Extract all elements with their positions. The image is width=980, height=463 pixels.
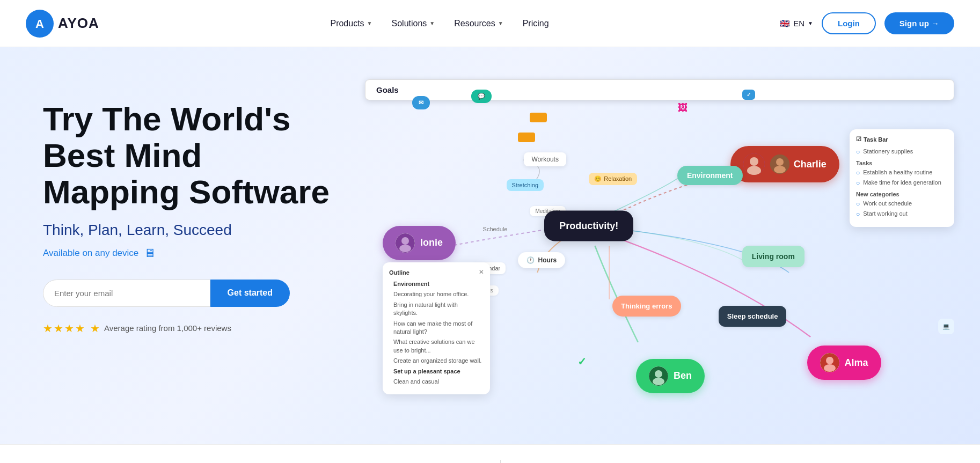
task-check-icon: ○ bbox=[856, 210, 860, 218]
outline-panel: Outline ✕ Environment Decorating your ho… bbox=[383, 262, 490, 394]
svg-point-9 bbox=[655, 370, 662, 378]
svg-point-13 bbox=[824, 364, 836, 372]
signup-button[interactable]: Sign up → bbox=[884, 12, 954, 34]
outline-item: How can we make the most of natural ligh… bbox=[389, 320, 484, 336]
hero-visual: Workouts Stretching 😊 Relaxation Meditat… bbox=[365, 79, 954, 412]
outline-item: Create an organized storage wall. bbox=[389, 357, 484, 365]
taskbar-panel: ☑ Task Bar ○ Stationery supplies Tasks ○… bbox=[850, 129, 954, 227]
outline-item: Environment bbox=[389, 280, 484, 288]
task-check-icon: ○ bbox=[856, 179, 860, 187]
nav-pricing[interactable]: Pricing bbox=[523, 19, 549, 28]
device-text: Available on any device bbox=[43, 248, 138, 259]
navbar: A AYOA Products ▼ Solutions ▼ Resources … bbox=[0, 0, 980, 47]
rating-text: Average rating from 1,000+ reviews bbox=[104, 324, 231, 333]
email-input[interactable] bbox=[43, 280, 210, 307]
svg-point-12 bbox=[826, 357, 833, 364]
outline-item: Clean and casual bbox=[389, 378, 484, 386]
living-room-node: Living room bbox=[742, 246, 805, 267]
device-icon: 🖥 bbox=[144, 246, 156, 260]
close-icon: ✕ bbox=[479, 269, 484, 276]
svg-point-6 bbox=[401, 237, 409, 245]
star-icons: ★★★★ bbox=[43, 322, 86, 335]
ben-node: Ben bbox=[636, 359, 705, 393]
ben-avatar bbox=[649, 366, 668, 386]
svg-point-3 bbox=[776, 158, 784, 166]
task-item: ○ Start working out bbox=[856, 210, 948, 218]
hero-content: Try The World's Best Mind Mapping Softwa… bbox=[43, 79, 343, 335]
nav-right: 🇬🇧 EN ▼ Login Sign up → bbox=[780, 12, 954, 34]
alma-node: Alma bbox=[807, 346, 881, 380]
bubble-pink-1: 🖼 bbox=[671, 99, 694, 117]
nav-solutions[interactable]: Solutions ▼ bbox=[392, 19, 435, 28]
hero-form: Get started bbox=[43, 280, 290, 307]
bubble-blue: ✉ bbox=[412, 96, 430, 109]
hero-rating: ★★★★ ★ Average rating from 1,000+ review… bbox=[43, 322, 343, 335]
get-started-button[interactable]: Get started bbox=[210, 280, 290, 307]
nav-products[interactable]: Products ▼ bbox=[330, 19, 372, 28]
tasks-label: Tasks bbox=[856, 160, 948, 166]
ionie-node: Ionie bbox=[383, 226, 456, 260]
login-button[interactable]: Login bbox=[822, 12, 876, 34]
bubble-orange-2 bbox=[518, 133, 535, 142]
clock-icon: 🕐 bbox=[526, 256, 535, 264]
footer-divider bbox=[500, 460, 501, 463]
outline-item: What creative solutions can we use to br… bbox=[389, 338, 484, 355]
central-node: Productivity! bbox=[544, 210, 633, 241]
hours-node: 🕐 Hours bbox=[518, 252, 565, 268]
outline-item: Decorating your home office. bbox=[389, 290, 484, 298]
outline-item: Bring in natural light with skylights. bbox=[389, 301, 484, 318]
task-check-icon: ○ bbox=[856, 169, 860, 177]
half-star-icon: ★ bbox=[90, 322, 100, 335]
language-button[interactable]: 🇬🇧 EN ▼ bbox=[780, 19, 813, 28]
schedule-top-node: Schedule bbox=[483, 226, 508, 232]
bubble-orange-1 bbox=[530, 113, 547, 122]
taskbar-icon: ☑ bbox=[856, 136, 861, 143]
hero-title: Try The World's Best Mind Mapping Softwa… bbox=[43, 101, 343, 211]
goals-node: Goals bbox=[365, 79, 954, 100]
chevron-down-icon: ▼ bbox=[808, 20, 813, 26]
stretching-node: Stretching bbox=[507, 179, 544, 191]
outline-item: Set up a pleasant space bbox=[389, 368, 484, 376]
task-item: ○ Make time for idea generation bbox=[856, 179, 948, 187]
thinking-errors-node: Thinking errors bbox=[612, 296, 681, 317]
task-check-icon: ○ bbox=[856, 148, 860, 156]
workouts-node: Workouts bbox=[524, 152, 566, 166]
bubble-blue-2: ✓ bbox=[742, 90, 755, 100]
relaxation-icon: 😊 bbox=[594, 175, 602, 182]
sleep-schedule-node: Sleep schedule bbox=[719, 306, 787, 327]
logo-icon: A bbox=[26, 10, 54, 38]
environment-node: Environment bbox=[677, 166, 743, 185]
new-categories-label: New categories bbox=[856, 191, 948, 197]
hero-device: Available on any device 🖥 bbox=[43, 246, 343, 260]
hero-subtitle: Think, Plan, Learn, Succeed bbox=[43, 222, 343, 239]
ionie-avatar bbox=[396, 233, 415, 253]
svg-point-10 bbox=[653, 378, 664, 385]
charlie-avatar bbox=[770, 155, 789, 174]
flag-icon: 🇬🇧 bbox=[780, 19, 790, 28]
chevron-down-icon: ▼ bbox=[429, 20, 435, 26]
chevron-down-icon: ▼ bbox=[367, 20, 372, 26]
chevron-down-icon: ▼ bbox=[498, 20, 503, 26]
svg-point-7 bbox=[399, 245, 411, 252]
task-item: ○ Work out schedule bbox=[856, 200, 948, 208]
bubble-laptop: 💻 bbox=[938, 319, 954, 334]
footer-strip: techradar📡 Ranked #1 Best Mind Map Softw… bbox=[0, 444, 980, 463]
taskbar-header: ☑ Task Bar bbox=[856, 136, 948, 143]
alma-avatar bbox=[820, 353, 839, 372]
nav-links: Products ▼ Solutions ▼ Resources ▼ Prici… bbox=[330, 19, 548, 28]
svg-point-4 bbox=[774, 166, 786, 173]
task-check-icon: ○ bbox=[856, 200, 860, 208]
task-item: ○ Stationery supplies bbox=[856, 148, 948, 156]
hero-section: Try The World's Best Mind Mapping Softwa… bbox=[0, 47, 980, 444]
charlie-node: Charlie bbox=[730, 146, 839, 182]
svg-text:A: A bbox=[35, 17, 44, 31]
bubble-teal: 💬 bbox=[471, 90, 492, 103]
bubble-check-2: ✓ bbox=[571, 352, 593, 371]
logo-link[interactable]: A AYOA bbox=[26, 10, 99, 38]
nav-resources[interactable]: Resources ▼ bbox=[454, 19, 503, 28]
logo-text: AYOA bbox=[58, 15, 99, 32]
task-item: ○ Establish a healthy routine bbox=[856, 169, 948, 177]
relaxation-node: 😊 Relaxation bbox=[589, 173, 637, 185]
outline-header: Outline ✕ bbox=[389, 269, 484, 276]
